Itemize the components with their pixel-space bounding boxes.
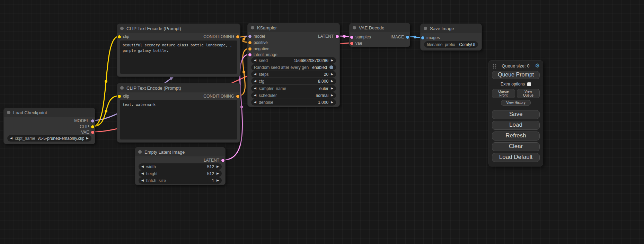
view-history-button[interactable]: View History: [501, 100, 530, 106]
decrement-arrow-icon[interactable]: ◀: [141, 179, 144, 182]
toggle-on-icon[interactable]: [329, 65, 333, 69]
sampler-name-widget[interactable]: ◀ sampler_name euler ▶: [251, 85, 336, 92]
conditioning-output-dot[interactable]: [236, 35, 239, 38]
clear-button[interactable]: Clear: [492, 142, 540, 151]
output-port-clip[interactable]: CLIP: [80, 124, 95, 129]
node-title-bar[interactable]: VAE Decode: [350, 23, 410, 32]
decrement-arrow-icon[interactable]: ◀: [254, 87, 256, 90]
conditioning-output-dot[interactable]: [236, 95, 239, 98]
view-queue-button[interactable]: View Queue: [517, 89, 540, 98]
node-clip-text-encode-positive[interactable]: CLIP Text Encode (Prompt) clip CONDITION…: [117, 24, 240, 77]
load-default-button[interactable]: Load Default: [492, 153, 540, 162]
extra-options-checkbox[interactable]: [527, 82, 531, 86]
negative-input-dot[interactable]: [248, 47, 252, 51]
node-empty-latent-image[interactable]: Empty Latent Image LATENT ◀ width 512 ▶ …: [135, 147, 226, 185]
increment-arrow-icon[interactable]: ▶: [217, 179, 219, 182]
node-title-bar[interactable]: Load Checkpoint: [4, 108, 95, 117]
filename-prefix-widget[interactable]: filename_prefix ComfyUI: [424, 41, 478, 48]
increment-arrow-icon[interactable]: ▶: [331, 59, 333, 62]
output-port-vae[interactable]: VAE: [81, 130, 95, 135]
node-title-bar[interactable]: Empty Latent Image: [135, 147, 225, 156]
queue-front-button[interactable]: Queue Front: [492, 89, 515, 98]
samples-input-dot[interactable]: [350, 36, 353, 39]
model-output-dot[interactable]: [91, 119, 94, 123]
input-port-latent-image[interactable]: latent_image: [248, 52, 277, 57]
input-port-model[interactable]: model: [248, 34, 265, 39]
batch-size-widget[interactable]: ◀ batch_size 1 ▶: [139, 177, 222, 184]
increment-arrow-icon[interactable]: ▶: [331, 101, 333, 104]
vae-output-dot[interactable]: [91, 131, 94, 134]
steps-widget[interactable]: ◀ steps 20 ▶: [251, 71, 336, 78]
node-title-bar[interactable]: Save Image: [421, 24, 482, 33]
latent-output-dot[interactable]: [336, 35, 339, 38]
node-save-image[interactable]: Save Image images filename_prefix ComfyU…: [420, 24, 482, 51]
clip-input-dot[interactable]: [118, 35, 121, 38]
image-output-dot[interactable]: [406, 36, 409, 39]
output-port-model[interactable]: MODEL: [74, 118, 95, 123]
increment-arrow-icon[interactable]: ▶: [331, 94, 333, 97]
increment-arrow-icon[interactable]: ▶: [217, 172, 219, 175]
output-port-latent[interactable]: LATENT: [204, 158, 225, 163]
prompt-textarea[interactable]: text, watermark: [120, 100, 237, 139]
decrement-arrow-icon[interactable]: ◀: [254, 80, 256, 83]
scheduler-widget[interactable]: ◀ scheduler normal ▶: [251, 92, 336, 99]
increment-arrow-icon[interactable]: ▶: [331, 87, 333, 90]
node-load-checkpoint[interactable]: Load Checkpoint MODEL CLIP VAE ◀ ckpt_na…: [3, 108, 95, 144]
decrement-arrow-icon[interactable]: ◀: [254, 94, 256, 97]
decrement-arrow-icon[interactable]: ◀: [254, 73, 256, 76]
random-seed-toggle-widget[interactable]: Random seed after every gen enabled: [251, 64, 336, 71]
decrement-arrow-icon[interactable]: ◀: [141, 165, 144, 168]
drag-handle-icon[interactable]: [492, 63, 496, 69]
save-button[interactable]: Save: [492, 110, 540, 119]
node-vae-decode[interactable]: VAE Decode samples vae IMAGE: [349, 23, 410, 47]
input-port-negative[interactable]: negative: [248, 46, 269, 51]
node-clip-text-encode-negative[interactable]: CLIP Text Encode (Prompt) clip CONDITION…: [117, 83, 240, 143]
input-port-clip[interactable]: clip: [117, 34, 129, 39]
output-port-image[interactable]: IMAGE: [390, 35, 410, 39]
denoise-widget[interactable]: ◀ denoise 1.000 ▶: [251, 99, 336, 106]
input-port-vae[interactable]: vae: [350, 41, 362, 46]
node-title-bar[interactable]: KSampler: [248, 23, 339, 32]
load-button[interactable]: Load: [492, 121, 540, 130]
latent-image-input-dot[interactable]: [248, 53, 252, 56]
input-port-clip[interactable]: clip: [117, 94, 129, 99]
input-port-samples[interactable]: samples: [350, 35, 371, 39]
decrement-arrow-icon[interactable]: ◀: [254, 59, 256, 62]
width-widget[interactable]: ◀ width 512 ▶: [139, 163, 222, 170]
decrement-arrow-icon[interactable]: ◀: [254, 101, 256, 104]
model-input-dot[interactable]: [248, 35, 252, 38]
refresh-button[interactable]: Refresh: [492, 132, 540, 141]
height-widget[interactable]: ◀ height 512 ▶: [139, 170, 222, 177]
clip-output-dot[interactable]: [91, 125, 94, 128]
clip-input-dot[interactable]: [118, 95, 121, 98]
settings-gear-icon[interactable]: ⚙: [535, 63, 540, 69]
seed-widget[interactable]: ◀ seed 156680208700286 ▶: [251, 57, 336, 64]
cfg-widget[interactable]: ◀ cfg 8.000 ▶: [251, 78, 336, 84]
decrement-arrow-icon[interactable]: ◀: [141, 172, 144, 175]
queue-prompt-button[interactable]: Queue Prompt: [492, 71, 540, 79]
wire-midpoint-dot: [343, 35, 346, 38]
node-title-bar[interactable]: CLIP Text Encode (Prompt): [117, 24, 240, 33]
prompt-textarea[interactable]: beautiful scenery nature glass bottle la…: [120, 40, 237, 74]
increment-arrow-icon[interactable]: ▶: [86, 137, 89, 140]
input-port-images[interactable]: images: [421, 35, 440, 40]
widget-name: ckpt_name: [15, 136, 35, 141]
increment-arrow-icon[interactable]: ▶: [217, 165, 219, 168]
decrement-arrow-icon[interactable]: ◀: [10, 137, 12, 140]
node-title-bar[interactable]: CLIP Text Encode (Prompt): [117, 83, 240, 92]
output-port-conditioning[interactable]: CONDITIONING: [203, 34, 240, 39]
output-port-latent[interactable]: LATENT: [318, 34, 339, 39]
output-port-conditioning[interactable]: CONDITIONING: [203, 94, 240, 99]
latent-output-dot[interactable]: [221, 159, 224, 162]
increment-arrow-icon[interactable]: ▶: [331, 80, 333, 83]
node-status-dot-icon: [138, 150, 142, 154]
node-title: KSampler: [257, 25, 277, 30]
input-port-positive[interactable]: positive: [248, 40, 268, 45]
images-input-dot[interactable]: [421, 36, 424, 39]
ckpt-name-widget[interactable]: ◀ ckpt_name v1-5-pruned-emaonly.ckpt ▶: [7, 135, 91, 142]
increment-arrow-icon[interactable]: ▶: [331, 73, 333, 76]
node-ksampler[interactable]: KSampler model positive negative latent_…: [247, 23, 340, 107]
vae-input-dot[interactable]: [350, 42, 353, 45]
graph-canvas[interactable]: Load Checkpoint MODEL CLIP VAE ◀ ckpt_na…: [0, 0, 644, 244]
positive-input-dot[interactable]: [248, 41, 252, 44]
